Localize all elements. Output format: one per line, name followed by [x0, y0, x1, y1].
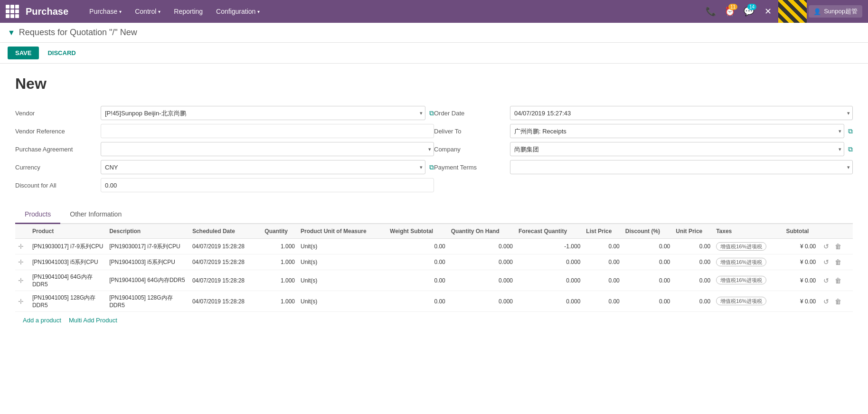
discount-cell[interactable]: 0.00 — [623, 254, 673, 270]
quantity-cell[interactable]: 1.000 — [262, 270, 298, 291]
taxes-cell[interactable]: 增值税16%进项税 — [713, 270, 783, 291]
breadcrumb-toggle-icon[interactable]: ▼ — [8, 28, 15, 37]
payment-terms-select[interactable] — [510, 160, 853, 174]
multi-add-product-link[interactable]: Multi Add Product — [69, 317, 117, 324]
description-cell[interactable]: [PN19041005] 128G内存DDR5 — [106, 291, 189, 312]
chat-icon-btn[interactable]: 💬 14 — [740, 3, 757, 20]
quantity-cell[interactable]: 1.000 — [262, 254, 298, 270]
tabs-container: Products Other Information — [15, 206, 853, 224]
phone-icon-btn[interactable]: 📞 — [702, 3, 719, 20]
row-reset-button[interactable]: ↺ — [821, 257, 831, 267]
description-cell[interactable]: [PN19041003] i5系列CPU — [106, 254, 189, 270]
unit-price-cell[interactable]: 0.00 — [673, 291, 713, 312]
save-button[interactable]: SAVE — [8, 47, 39, 59]
qty-on-hand-cell: 0.000 — [448, 239, 516, 254]
row-delete-button[interactable]: 🗑 — [833, 297, 843, 306]
taxes-cell[interactable]: 增值税16%进项税 — [713, 254, 783, 270]
unit-price-cell[interactable]: 0.00 — [673, 270, 713, 291]
deliver-to-select[interactable]: 广州尚鹏: Receipts — [510, 124, 844, 138]
nav-reporting[interactable]: Reporting — [167, 0, 209, 23]
product-cell[interactable]: [PN19030017] i7-9系列CPU — [29, 239, 106, 254]
subtotal-value: ¥ 0.00 — [800, 298, 816, 305]
discount-cell[interactable]: 0.00 — [623, 239, 673, 254]
list-price-cell[interactable]: 0.00 — [583, 239, 622, 254]
tab-products[interactable]: Products — [15, 206, 60, 224]
subtotal-cell: ¥ 0.00 — [783, 239, 819, 254]
currency-ext-link-icon[interactable]: ⧉ — [429, 163, 434, 171]
drag-handle-icon[interactable]: ✛ — [18, 258, 24, 266]
scheduled-date-cell[interactable]: 04/07/2019 15:28:28 — [189, 291, 262, 312]
product-cell[interactable]: [PN19041003] i5系列CPU — [29, 254, 106, 270]
product-cell[interactable]: [PN19041005] 128G内存DDR5 — [29, 291, 106, 312]
row-reset-button[interactable]: ↺ — [821, 297, 831, 306]
tab-other-information[interactable]: Other Information — [60, 206, 131, 224]
company-select[interactable]: 尚鹏集团 — [510, 142, 844, 156]
list-price-cell[interactable]: 0.00 — [583, 270, 622, 291]
discount-cell[interactable]: 0.00 — [623, 270, 673, 291]
row-reset-button[interactable]: ↺ — [821, 276, 831, 285]
scheduled-date-cell[interactable]: 04/07/2019 15:28:28 — [189, 270, 262, 291]
table-row: ✛ [PN19041005] 128G内存DDR5 [PN19041005] 1… — [15, 291, 853, 312]
unit-price-cell[interactable]: 0.00 — [673, 254, 713, 270]
discount-input[interactable] — [101, 178, 434, 192]
nav-purchase[interactable]: Purchase ▾ — [83, 0, 128, 23]
drag-handle-icon[interactable]: ✛ — [18, 243, 24, 250]
discard-button[interactable]: DISCARD — [44, 47, 79, 59]
nav-configuration[interactable]: Configuration ▾ — [209, 0, 266, 23]
list-price-cell[interactable]: 0.00 — [583, 291, 622, 312]
product-cell[interactable]: [PN19041004] 64G内存DDR5 — [29, 270, 106, 291]
deliver-to-ext-link-icon[interactable]: ⧉ — [848, 127, 853, 135]
nav-control[interactable]: Control ▾ — [128, 0, 167, 23]
discount-value — [101, 178, 434, 192]
breadcrumb-link[interactable]: Requests for Quotation "/" New — [19, 28, 137, 38]
row-actions-cell: ↺ 🗑 — [819, 239, 853, 254]
order-date-select[interactable]: 04/07/2019 15:27:43 — [510, 106, 853, 120]
vendor-reference-label: Vendor Reference — [15, 128, 101, 135]
form-right-column: Order Date 04/07/2019 15:27:43 ▾ Deliver… — [434, 104, 853, 194]
drag-handle-icon[interactable]: ✛ — [18, 298, 24, 305]
scheduled-date-cell[interactable]: 04/07/2019 15:28:28 — [189, 254, 262, 270]
form-left-column: Vendor [P!45]Sunpop Beijin-北京尚鹏 ▾ ⧉ Vend… — [15, 104, 434, 194]
col-weight-subtotal: Weight Subtotal — [387, 224, 448, 239]
company-ext-link-icon[interactable]: ⧉ — [848, 145, 853, 153]
discount-cell[interactable]: 0.00 — [623, 291, 673, 312]
clock-icon-btn[interactable]: ⏰ 11 — [721, 3, 738, 20]
quantity-cell[interactable]: 1.000 — [262, 291, 298, 312]
col-drag — [15, 224, 29, 239]
list-price-cell[interactable]: 0.00 — [583, 254, 622, 270]
taxes-cell[interactable]: 增值税16%进项税 — [713, 239, 783, 254]
uom-cell[interactable]: Unit(s) — [298, 239, 387, 254]
row-delete-button[interactable]: 🗑 — [833, 242, 843, 251]
row-delete-button[interactable]: 🗑 — [833, 276, 843, 285]
payment-terms-field-row: Payment Terms ▾ — [434, 158, 853, 176]
col-uom: Product Unit of Measure — [298, 224, 387, 239]
taxes-cell[interactable]: 增值税16%进项税 — [713, 291, 783, 312]
row-reset-button[interactable]: ↺ — [821, 242, 831, 251]
purchase-agreement-field-row: Purchase Agreement ▾ — [15, 140, 434, 158]
purchase-agreement-value: ▾ — [101, 142, 434, 156]
description-cell[interactable]: [PN19030017] i7-9系列CPU — [106, 239, 189, 254]
vendor-reference-input[interactable] — [101, 124, 434, 138]
close-icon-btn[interactable]: ✕ — [759, 3, 776, 20]
vendor-select[interactable]: [P!45]Sunpop Beijin-北京尚鹏 — [101, 106, 425, 120]
top-nav-icons: 📞 ⏰ 11 💬 14 ✕ 👤 Sunpop超管 — [702, 0, 862, 23]
unit-price-cell[interactable]: 0.00 — [673, 239, 713, 254]
vendor-ext-link-icon[interactable]: ⧉ — [429, 109, 434, 117]
currency-select[interactable]: CNY — [101, 160, 425, 174]
description-cell[interactable]: [PN19041004] 64G内存DDR5 — [106, 270, 189, 291]
scheduled-date-cell[interactable]: 04/07/2019 15:28:28 — [189, 239, 262, 254]
col-discount: Discount (%) — [623, 224, 673, 239]
row-delete-button[interactable]: 🗑 — [833, 257, 843, 267]
uom-cell[interactable]: Unit(s) — [298, 254, 387, 270]
uom-cell[interactable]: Unit(s) — [298, 291, 387, 312]
add-product-link[interactable]: Add a product — [23, 317, 61, 324]
user-avatar-icon: 👤 — [813, 8, 821, 15]
app-grid-icon[interactable] — [6, 5, 19, 18]
purchase-agreement-select[interactable] — [101, 142, 434, 156]
uom-cell[interactable]: Unit(s) — [298, 270, 387, 291]
quantity-cell[interactable]: 1.000 — [262, 239, 298, 254]
subtotal-value: ¥ 0.00 — [800, 243, 816, 250]
drag-handle-icon[interactable]: ✛ — [18, 277, 24, 284]
col-taxes: Taxes — [713, 224, 783, 239]
user-menu-button[interactable]: 👤 Sunpop超管 — [809, 5, 862, 18]
